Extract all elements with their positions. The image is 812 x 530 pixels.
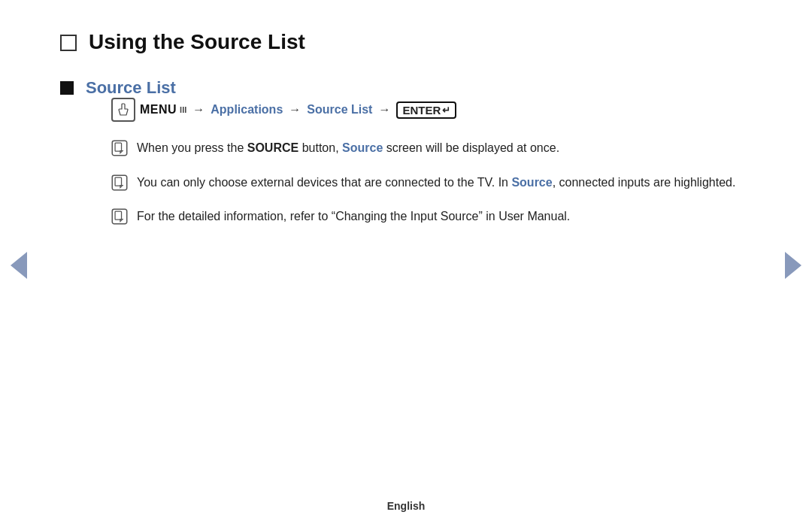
applications-label: Applications <box>211 103 283 117</box>
page-container: Using the Source List Source List MENU I… <box>0 0 812 530</box>
source-bold: SOURCE <box>247 141 298 154</box>
note-text-3: For the detailed information, refer to “… <box>137 207 570 226</box>
menu-label: MENU <box>140 103 177 117</box>
content-area: MENU III → Applications → Source List → … <box>111 98 735 226</box>
svg-rect-5 <box>115 211 121 220</box>
footer-language: English <box>387 500 426 512</box>
black-square-icon <box>60 81 74 95</box>
main-title-row: Using the Source List <box>60 30 752 54</box>
note-text-2: You can only choose external devices tha… <box>137 173 735 192</box>
arrow2: → <box>289 103 301 117</box>
note-item-3: For the detailed information, refer to “… <box>111 207 735 226</box>
section-title: Source List <box>86 78 735 98</box>
enter-return-icon: ↵ <box>442 104 450 116</box>
source-list-menu-label: Source List <box>307 103 372 117</box>
arrow1: → <box>192 103 205 117</box>
section-body: Source List MENU III → Applications → So… <box>86 78 735 241</box>
nav-right-arrow[interactable] <box>785 252 801 279</box>
source-link-1: Source <box>342 141 383 154</box>
menu-hand-icon <box>111 98 135 122</box>
note-item-2: You can only choose external devices tha… <box>111 173 735 192</box>
page-title: Using the Source List <box>89 30 305 54</box>
checkbox-icon <box>60 35 77 51</box>
arrow3: → <box>378 103 390 117</box>
note-pencil-icon-1 <box>111 140 128 156</box>
menu-bars: III <box>180 105 186 114</box>
enter-box: ENTER ↵ <box>396 101 456 119</box>
svg-rect-1 <box>115 143 121 151</box>
note-pencil-icon-3 <box>111 208 128 225</box>
source-link-2: Source <box>511 176 552 189</box>
note-pencil-icon-2 <box>111 174 128 191</box>
svg-rect-3 <box>115 177 121 186</box>
note-item-1: When you press the SOURCE button, Source… <box>111 138 735 158</box>
enter-label: ENTER <box>402 104 441 117</box>
note-text-1: When you press the SOURCE button, Source… <box>137 138 559 158</box>
section-source-list: Source List MENU III → Applications → So… <box>60 78 752 241</box>
menu-nav-row: MENU III → Applications → Source List → … <box>111 98 735 122</box>
nav-left-arrow[interactable] <box>11 252 27 279</box>
